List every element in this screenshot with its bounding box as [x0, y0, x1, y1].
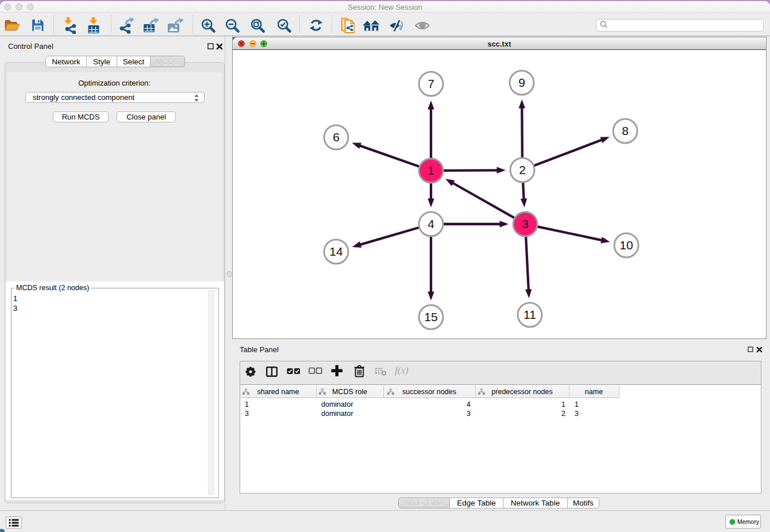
svg-text:9: 9 [518, 76, 525, 89]
svg-text:4: 4 [428, 217, 434, 230]
svg-text:1: 1 [428, 164, 434, 177]
svg-text:6: 6 [333, 130, 340, 144]
svg-text:14: 14 [329, 245, 343, 258]
svg-text:7: 7 [428, 77, 434, 90]
svg-text:11: 11 [523, 308, 536, 321]
svg-text:8: 8 [622, 124, 629, 137]
svg-text:2: 2 [519, 163, 526, 176]
svg-text:10: 10 [619, 238, 633, 252]
svg-text:15: 15 [424, 310, 437, 323]
svg-text:3: 3 [522, 217, 529, 230]
